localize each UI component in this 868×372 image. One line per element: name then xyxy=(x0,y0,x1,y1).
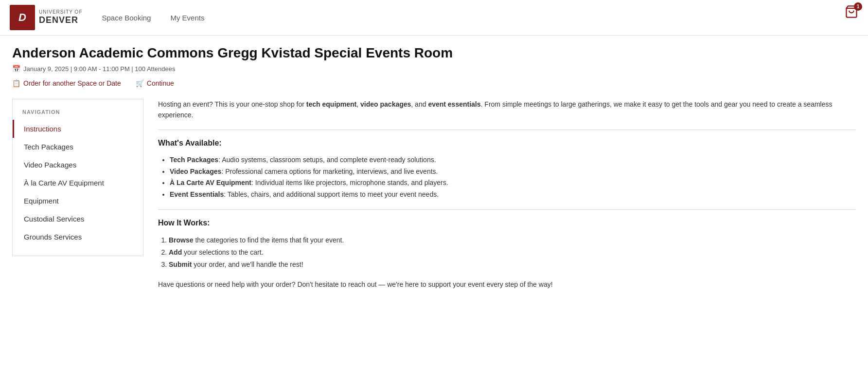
logo-letter: D xyxy=(18,11,26,24)
sidebar-item-instructions[interactable]: Instructions xyxy=(13,120,143,138)
main-content: Anderson Academic Commons Gregg Kvistad … xyxy=(0,36,868,299)
avail-item-av: À La Carte AV Equipment: Individual item… xyxy=(170,177,856,189)
sidebar-item-tech-packages[interactable]: Tech Packages xyxy=(13,138,143,156)
continue-icon: 🛒 xyxy=(136,79,144,87)
cart-area[interactable]: 1 xyxy=(845,5,858,20)
step-2: Add your selections to the cart. xyxy=(169,246,856,259)
event-meta: 📅 January 9, 2025 | 9:00 AM - 11:00 PM |… xyxy=(12,65,856,73)
intro-text: Hosting an event? This is your one-stop … xyxy=(158,99,856,121)
steps-list: Browse the categories to find the items … xyxy=(158,234,856,271)
sidebar-item-av-equipment[interactable]: À la Carte AV Equipment xyxy=(13,174,143,192)
page-title: Anderson Academic Commons Gregg Kvistad … xyxy=(12,45,856,61)
how-it-works-title: How It Works: xyxy=(158,219,856,227)
sidebar-item-video-packages[interactable]: Video Packages xyxy=(13,156,143,174)
sidebar: NAVIGATION Instructions Tech Packages Vi… xyxy=(12,99,143,256)
sidebar-item-grounds[interactable]: Grounds Services xyxy=(13,228,143,246)
whats-available-title: What's Available: xyxy=(158,139,856,148)
body-layout: NAVIGATION Instructions Tech Packages Vi… xyxy=(12,99,856,290)
nav-my-events[interactable]: My Events xyxy=(170,14,204,22)
logo-text: UNIVERSITY of DENVER xyxy=(39,9,83,26)
sidebar-item-custodial[interactable]: Custodial Services xyxy=(13,210,143,228)
step-3: Submit your order, and we'll handle the … xyxy=(169,259,856,271)
nav-space-booking[interactable]: Space Booking xyxy=(102,14,151,22)
continue-link-label: Continue xyxy=(147,79,174,87)
avail-item-tech: Tech Packages: Audio systems, classroom … xyxy=(170,154,856,166)
action-links: 📋 Order for another Space or Date 🛒 Cont… xyxy=(12,79,856,87)
logo-area: D UNIVERSITY of DENVER xyxy=(10,5,83,30)
step-1: Browse the categories to find the items … xyxy=(169,234,856,246)
event-meta-text: January 9, 2025 | 9:00 AM - 11:00 PM | 1… xyxy=(23,65,175,73)
order-icon: 📋 xyxy=(12,79,20,87)
cart-button[interactable]: 1 xyxy=(845,5,858,20)
avail-item-video: Video Packages: Professional camera opti… xyxy=(170,166,856,178)
continue-link[interactable]: 🛒 Continue xyxy=(136,79,174,87)
order-link-label: Order for another Space or Date xyxy=(23,79,121,87)
sidebar-item-equipment[interactable]: Equipment xyxy=(13,192,143,210)
divider-1 xyxy=(158,130,856,130)
sidebar-nav-label: NAVIGATION xyxy=(13,109,143,115)
header: D UNIVERSITY of DENVER Space Booking My … xyxy=(0,0,868,36)
denver-label: DENVER xyxy=(39,15,83,26)
divider-2 xyxy=(158,209,856,210)
calendar-icon: 📅 xyxy=(12,65,20,73)
logo-box: D xyxy=(10,5,35,30)
order-another-link[interactable]: 📋 Order for another Space or Date xyxy=(12,79,121,87)
avail-item-essentials: Event Essentials: Tables, chairs, and ad… xyxy=(170,189,856,201)
main-nav: Space Booking My Events xyxy=(102,14,205,22)
availability-list: Tech Packages: Audio systems, classroom … xyxy=(158,154,856,201)
university-label: UNIVERSITY of xyxy=(39,9,83,15)
main-panel: Hosting an event? This is your one-stop … xyxy=(158,99,856,290)
cart-badge: 1 xyxy=(854,2,862,11)
closing-text: Have questions or need help with your or… xyxy=(158,279,856,290)
